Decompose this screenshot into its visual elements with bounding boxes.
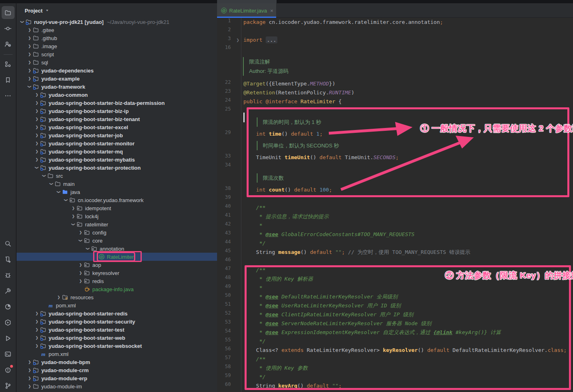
chevron-collapsed-icon[interactable]: ❯ <box>77 263 84 267</box>
project-folder-icon[interactable] <box>2 6 15 19</box>
tree-item-main[interactable]: ❯main <box>17 180 217 188</box>
tree-item-yudao-spring-boot-starter-security[interactable]: ❯yudao-spring-boot-starter-security <box>17 317 217 326</box>
tree-item-idempotent[interactable]: ❯idempotent <box>17 204 217 212</box>
rendered-doc-comment[interactable]: 限流的时间，默认为 1 秒 <box>257 117 573 127</box>
tree-item-yudao-module-im[interactable]: ❯yudao-module-im <box>17 382 217 390</box>
tree-item-yudao-spring-boot-starter-mybatis[interactable]: ❯yudao-spring-boot-starter-mybatis <box>17 156 217 164</box>
chevron-expanded-icon[interactable]: ❯ <box>64 197 68 203</box>
tree-item-config[interactable]: ❯config <box>17 228 217 236</box>
chevron-expanded-icon[interactable]: ❯ <box>71 221 75 228</box>
tree-item-yudao-spring-boot-starter-websocket[interactable]: ❯yudao-spring-boot-starter-websocket <box>17 342 217 350</box>
services-icon[interactable] <box>2 316 15 329</box>
debug-icon[interactable] <box>2 268 15 281</box>
code-line-2[interactable]: 2 <box>217 27 573 36</box>
chevron-collapsed-icon[interactable]: ❯ <box>26 77 33 81</box>
chevron-expanded-icon[interactable]: ❯ <box>49 181 53 187</box>
fold-chevron-icon[interactable]: ❯ <box>236 36 239 45</box>
code-line-48[interactable]: 48 * 使用的 Key 解析器 <box>217 275 573 283</box>
code-line-60[interactable]: 60 String keyArg() default ""; <box>217 381 573 390</box>
chevron-collapsed-icon[interactable]: ❯ <box>34 93 40 97</box>
chevron-collapsed-icon[interactable]: ❯ <box>26 60 33 64</box>
code-line-24[interactable]: 24public @interface RateLimiter { <box>217 97 573 106</box>
tree-item-yudao-example[interactable]: ❯yudao-example <box>17 75 217 83</box>
chevron-expanded-icon[interactable]: ❯ <box>42 173 46 179</box>
code-line-33[interactable]: 33 TimeUnit timeUnit() default TimeUnit.… <box>217 153 573 162</box>
code-line-22[interactable]: 22@Target({ElementType.METHOD}) <box>217 79 573 88</box>
search-icon[interactable] <box>2 237 15 250</box>
chevron-collapsed-icon[interactable]: ❯ <box>34 133 40 137</box>
chevron-collapsed-icon[interactable]: ❯ <box>34 117 40 121</box>
tree-item-pom-xml[interactable]: mpom.xml <box>17 350 217 358</box>
tree-item-yudao-spring-boot-starter-biz-data-permission[interactable]: ❯yudao-spring-boot-starter-biz-data-perm… <box>17 99 217 107</box>
tree-item-lock4j[interactable]: ❯lock4j <box>17 212 217 220</box>
code-line-49[interactable]: 49 * <box>217 283 573 292</box>
run-icon[interactable] <box>2 332 15 345</box>
chevron-collapsed-icon[interactable]: ❯ <box>77 230 84 234</box>
tree-item-pom-xml[interactable]: mpom.xml <box>17 301 217 309</box>
code-line-16[interactable]: 16 <box>217 45 573 53</box>
chevron-collapsed-icon[interactable]: ❯ <box>34 328 40 332</box>
code-line-54[interactable]: 54 * @see ExpressionIdempotentKeyResolve… <box>217 328 573 337</box>
tree-item-yudao-spring-boot-starter-biz-ip[interactable]: ❯yudao-spring-boot-starter-biz-ip <box>17 107 217 115</box>
tree-item-ruoyi-vue-pro-jdk21-yudao-[interactable]: ❯ruoyi-vue-pro-jdk21 [yudao]~/Java/ruoyi… <box>17 18 217 26</box>
chevron-collapsed-icon[interactable]: ❯ <box>77 271 84 275</box>
tab-ratelimiter-java[interactable]: @ RateLimiter.java × <box>217 3 276 18</box>
more-icon[interactable] <box>2 89 15 102</box>
code-line-55[interactable]: 55 */ <box>217 337 573 346</box>
code-line-38[interactable]: 38 int count() default 100; <box>217 185 573 194</box>
code-line-40[interactable]: 40 /** <box>217 203 573 212</box>
chevron-collapsed-icon[interactable]: ❯ <box>34 158 40 162</box>
close-tab-icon[interactable]: × <box>270 8 273 14</box>
code-line-50[interactable]: 50 * @see DefaultRateLimiterKeyResolver … <box>217 292 573 301</box>
tree-item-package-info-java[interactable]: package-info.java <box>17 285 217 293</box>
rendered-doc-comment[interactable]: 时间单位，默认为 SECONDS 秒 <box>257 141 573 150</box>
code-line-41[interactable]: 41 * 提示信息，请求过快的提示 <box>217 212 573 221</box>
code-line-46[interactable]: 46 <box>217 257 573 266</box>
code-line-42[interactable]: 42 * <box>217 221 573 230</box>
tree-item-yudao-spring-boot-starter-mq[interactable]: ❯yudao-spring-boot-starter-mq <box>17 147 217 156</box>
tree-item-yudao-common[interactable]: ❯yudao-common <box>17 91 217 99</box>
tree-item-yudao-dependencies[interactable]: ❯yudao-dependencies <box>17 66 217 75</box>
tree-item-yudao-spring-boot-starter-protection[interactable]: ❯yudao-spring-boot-starter-protection <box>17 164 217 172</box>
code-line-59[interactable]: 59 */ <box>217 373 573 381</box>
structure-icon[interactable] <box>2 58 15 70</box>
chevron-expanded-icon[interactable]: ❯ <box>35 164 39 171</box>
tree-item-yudao-module-erp[interactable]: ❯yudao-module-erp <box>17 374 217 382</box>
chevron-collapsed-icon[interactable]: ❯ <box>70 214 77 218</box>
chevron-collapsed-icon[interactable]: ❯ <box>34 109 40 113</box>
chevron-expanded-icon[interactable]: ❯ <box>28 83 32 90</box>
chevron-collapsed-icon[interactable]: ❯ <box>34 344 40 348</box>
tree-item-redis[interactable]: ❯redis <box>17 277 217 285</box>
tree-item-yudao-module-crm[interactable]: ❯yudao-module-crm <box>17 366 217 374</box>
chevron-collapsed-icon[interactable]: ❯ <box>26 28 33 32</box>
chevron-collapsed-icon[interactable]: ❯ <box>77 279 84 283</box>
code-with-me-icon[interactable]: ? <box>2 38 15 51</box>
tree-item-ratelimiter[interactable]: ❯ratelimiter <box>17 220 217 228</box>
code-line-25[interactable]: 25 <box>217 106 573 115</box>
code-line-53[interactable]: 53 * @see ServerNodeRateLimiterKeyResolv… <box>217 319 573 328</box>
chevron-collapsed-icon[interactable]: ❯ <box>34 311 40 315</box>
chevron-collapsed-icon[interactable]: ❯ <box>34 149 40 153</box>
chevron-expanded-icon[interactable]: ❯ <box>79 237 83 244</box>
code-line-39[interactable]: 39 <box>217 194 573 203</box>
tree-item-yudao-framework[interactable]: ❯yudao-framework <box>17 83 217 91</box>
tree-item-yudao-spring-boot-starter-test[interactable]: ❯yudao-spring-boot-starter-test <box>17 326 217 334</box>
code-line-29[interactable]: 29 int time() default 1; <box>217 130 573 138</box>
chevron-collapsed-icon[interactable]: ❯ <box>34 101 40 105</box>
profiler-icon[interactable] <box>2 300 15 313</box>
code-line-45[interactable]: 45 String message() default ""; // 为空时，使… <box>217 248 573 257</box>
chevron-collapsed-icon[interactable]: ❯ <box>26 376 33 380</box>
tree-item-keyresolver[interactable]: ❯keyresolver <box>17 269 217 277</box>
code-editor[interactable]: 1package cn.iocoder.yudao.framework.rate… <box>217 18 573 392</box>
code-line-1[interactable]: 1package cn.iocoder.yudao.framework.rate… <box>217 18 573 27</box>
tree-item--gitee[interactable]: ❯.gitee <box>17 26 217 34</box>
code-line-52[interactable]: 52 * @see ClientIpRateLimiterKeyResolver… <box>217 310 573 319</box>
code-line-47[interactable]: 47 /** <box>217 266 573 275</box>
chevron-collapsed-icon[interactable]: ❯ <box>34 141 40 145</box>
tree-item-script[interactable]: ❯script <box>17 50 217 58</box>
version-control-icon[interactable] <box>2 379 15 392</box>
code-line-34[interactable]: 34 <box>217 162 573 171</box>
chevron-collapsed-icon[interactable]: ❯ <box>26 36 33 40</box>
chevron-collapsed-icon[interactable]: ❯ <box>26 68 33 72</box>
tree-item-yudao-spring-boot-starter-redis[interactable]: ❯yudao-spring-boot-starter-redis <box>17 309 217 317</box>
